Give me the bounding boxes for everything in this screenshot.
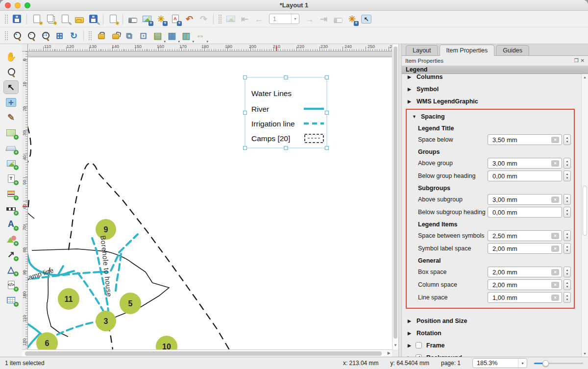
section-symbol[interactable]: ▶ Symbol (402, 83, 581, 95)
atlas-first-feature-button[interactable]: ⇤ ▾ (238, 12, 251, 26)
save-as-template-button[interactable]: ✎ ▾ (87, 12, 100, 26)
below-subgroup-heading-input[interactable]: 0,00 mm ✕ (488, 207, 562, 218)
tab-layout[interactable]: Layout (406, 45, 438, 55)
panel-scrollbar-thumb[interactable] (583, 186, 587, 236)
export-as-svg-button[interactable]: ✳ + ▾ (154, 12, 168, 26)
zoom-slider[interactable] (534, 360, 583, 367)
section-columns[interactable]: ▶ Columns (402, 74, 581, 83)
pan-layout-tool[interactable]: ✋ (3, 50, 19, 64)
save-project-button[interactable]: ▾ (10, 12, 24, 26)
clear-value-icon[interactable]: ✕ (551, 233, 559, 239)
add-legend-button[interactable]: + (3, 187, 19, 200)
preview-atlas-button[interactable]: ↖ ▾ (360, 12, 373, 26)
duplicate-layout-button[interactable]: ✱ ▾ (44, 12, 57, 26)
above-subgroup-input[interactable]: 3,00 mm ✕ (488, 194, 562, 205)
new-layout-button[interactable]: ✱ ▾ (30, 12, 43, 26)
atlas-previous-feature-button[interactable]: ← ▾ (252, 12, 266, 26)
zoom-window-button[interactable] (24, 2, 30, 8)
add-map-button[interactable]: + (3, 126, 19, 140)
tab-item-properties[interactable]: Item Properties (440, 45, 495, 56)
below-group-heading-input[interactable]: 0,00 mm ✕ (488, 171, 562, 181)
print-button[interactable]: ▾ (126, 12, 139, 26)
frame-checkbox[interactable]: ✓ (416, 342, 422, 348)
add-items-from-template-button[interactable]: ✱ ▾ (106, 12, 120, 26)
chevron-down-icon[interactable]: ▾ (291, 14, 299, 24)
zoom-tool[interactable] (3, 65, 19, 79)
layout-canvas[interactable]: 9 11 5 3 6 10 camp line Borehole to hous… (28, 51, 392, 349)
line-space-input[interactable]: 1,00 mm ✕ (488, 292, 562, 303)
clear-value-icon[interactable]: ✕ (551, 197, 559, 203)
atlas-next-feature-button[interactable]: → ▾ (303, 12, 316, 26)
spinner-buttons[interactable]: ▲▼ (564, 207, 571, 218)
zoom-in-button[interactable]: + (10, 29, 24, 43)
float-panel-icon[interactable]: ❐ (574, 58, 579, 63)
spinner-buttons[interactable]: ▲▼ (564, 134, 571, 145)
atlas-settings-button[interactable]: ▾ (224, 12, 237, 26)
export-as-image-button[interactable]: + ▾ (140, 12, 153, 26)
atlas-page-combobox[interactable]: 1▾ (267, 12, 302, 26)
resize-items-button[interactable]: ⇔ ▾ (194, 29, 207, 43)
scroll-right-icon[interactable]: ▶ (388, 351, 391, 355)
section-rotation[interactable]: ▶ Rotation (402, 327, 581, 339)
spinner-buttons[interactable]: ▲▼ (564, 171, 571, 181)
horizontal-scrollbar-thumb[interactable] (25, 351, 382, 356)
scroll-down-icon[interactable]: ▼ (392, 343, 398, 347)
edit-nodes-item-tool[interactable]: ✎ (3, 111, 19, 124)
close-panel-icon[interactable]: ✕ (581, 58, 585, 63)
space-between-symbols-input[interactable]: 2,50 mm ✕ (488, 230, 562, 241)
print-atlas-button[interactable]: ▾ (331, 12, 344, 26)
above-group-input[interactable]: 3,00 mm ✕ (488, 158, 562, 169)
panel-splitter[interactable] (398, 44, 402, 357)
spinner-buttons[interactable]: ▲▼ (564, 267, 571, 277)
layout-manager-button[interactable]: ✎ ▾ (58, 12, 72, 26)
section-position-and-size[interactable]: ▶ Position and Size (402, 315, 581, 327)
distribute-items-button[interactable]: ▥ ▾ (179, 29, 193, 43)
scroll-up-icon[interactable]: ▲ (582, 75, 588, 79)
export-as-pdf-button[interactable]: A + ▾ (169, 12, 182, 26)
spinner-buttons[interactable]: ▲▼ (564, 243, 571, 254)
align-selected-items-button[interactable]: ▦ ▾ (165, 29, 178, 43)
unlock-all-items-button[interactable] (108, 29, 122, 43)
add-shape-button[interactable]: + (3, 232, 19, 246)
move-item-content-tool[interactable]: ✛ (3, 96, 19, 109)
spinner-buttons[interactable]: ▲▼ (564, 230, 571, 241)
add-attribute-table-button[interactable]: + (3, 293, 19, 307)
panel-scrollbar[interactable]: ▲ ▼ (581, 74, 588, 357)
zoom-out-button[interactable]: − (24, 29, 38, 43)
vertical-scrollbar-thumb[interactable] (393, 47, 397, 339)
clear-value-icon[interactable]: ✕ (551, 269, 559, 275)
section-frame[interactable]: ▶ ✓ Frame (402, 339, 581, 351)
atlas-last-feature-button[interactable]: ⇥ ▾ (317, 12, 330, 26)
export-atlas-as-image-button[interactable]: ✳ + ▾ (345, 12, 359, 26)
map-item[interactable]: 9 11 5 3 6 10 camp line Borehole to hous… (28, 51, 392, 349)
ungroup-items-button[interactable]: ⊡ (137, 29, 150, 43)
clear-value-icon[interactable]: ✕ (551, 137, 559, 143)
add-picture-button[interactable]: + (3, 156, 19, 170)
scroll-down-icon[interactable]: ▼ (582, 352, 588, 355)
spinner-buttons[interactable]: ▲▼ (564, 292, 571, 303)
clear-value-icon[interactable]: ✕ (551, 246, 559, 252)
horizontal-scrollbar[interactable]: ▶ (22, 349, 392, 357)
add-north-arrow-button[interactable]: A + (3, 217, 19, 231)
add-3d-map-button[interactable]: + (3, 141, 19, 155)
spinner-buttons[interactable]: ▲▼ (564, 158, 571, 169)
section-spacing[interactable]: ▼ Spacing (409, 111, 571, 123)
add-label-button[interactable]: T + (3, 172, 19, 185)
column-space-input[interactable]: 2,00 mm ✕ (488, 279, 562, 290)
spinner-buttons[interactable]: ▲▼ (564, 279, 571, 290)
zoom-full-extent-button[interactable]: ⊞ (53, 29, 66, 43)
clear-value-icon[interactable]: ✕ (551, 282, 559, 288)
chevron-down-icon[interactable]: ▾ (518, 359, 527, 368)
zoom-actual-size-button[interactable]: 1:1 (39, 29, 52, 43)
space-below-input[interactable]: 3,50 mm ✕ (488, 134, 562, 145)
close-window-button[interactable] (5, 2, 11, 8)
section-background[interactable]: ▶ ✓ Background (402, 351, 581, 357)
add-html-button[interactable]: </> + (3, 278, 19, 292)
symbol-label-space-input[interactable]: 2,00 mm ✕ (488, 243, 562, 254)
zoom-slider-thumb[interactable] (542, 360, 549, 367)
raise-selected-items-button[interactable]: ▤ ▾ (151, 29, 164, 43)
add-arrow-button[interactable]: ↗ + (3, 247, 19, 261)
clear-value-icon[interactable]: ✕ (551, 295, 559, 301)
section-wms-legendgraphic[interactable]: ▶ WMS LegendGraphic (402, 95, 581, 107)
tab-guides[interactable]: Guides (496, 45, 529, 55)
